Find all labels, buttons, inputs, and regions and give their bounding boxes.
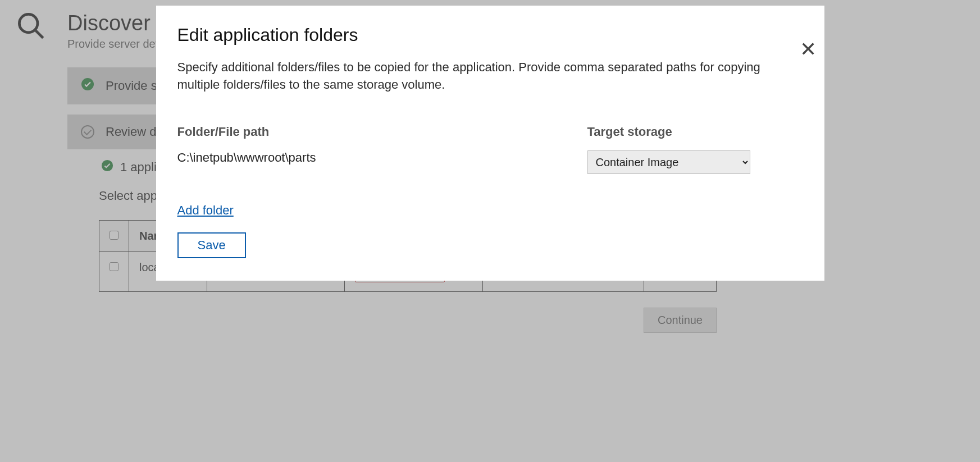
folder-row: Folder/File path C:\inetpub\wwwroot\part… bbox=[177, 125, 803, 174]
folder-path-label: Folder/File path bbox=[177, 125, 543, 139]
edit-folders-dialog: Edit application folders ✕ Specify addit… bbox=[156, 6, 824, 281]
add-folder-link[interactable]: Add folder bbox=[177, 203, 234, 218]
target-storage-select[interactable]: Container Image bbox=[587, 150, 750, 174]
folder-path-value: C:\inetpub\wwwroot\parts bbox=[177, 150, 543, 165]
dialog-title: Edit application folders bbox=[177, 25, 803, 45]
modal-overlay: Edit application folders ✕ Specify addit… bbox=[0, 0, 980, 462]
close-icon[interactable]: ✕ bbox=[800, 39, 817, 60]
target-storage-label: Target storage bbox=[587, 125, 767, 139]
save-button[interactable]: Save bbox=[177, 232, 246, 258]
dialog-description: Specify additional folders/files to be c… bbox=[177, 59, 762, 94]
